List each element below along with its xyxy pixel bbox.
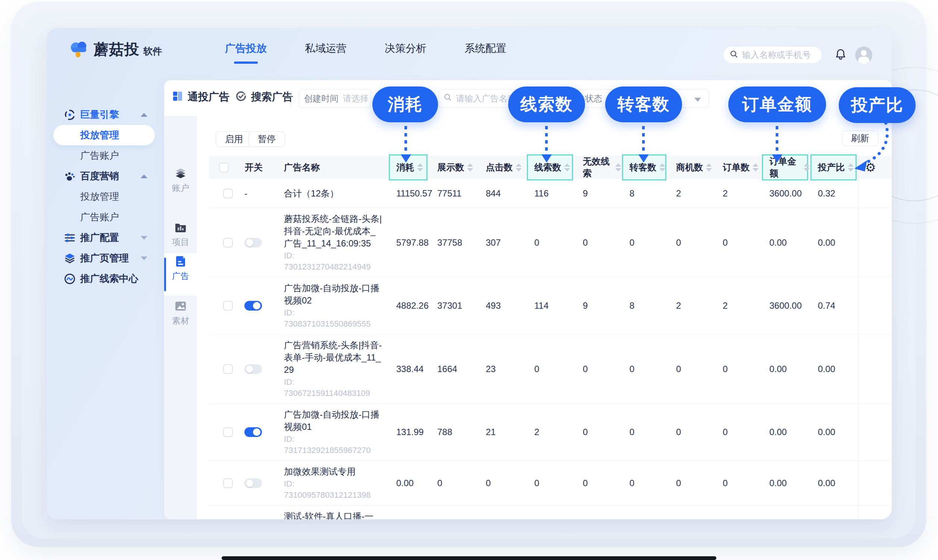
sort-up-icon xyxy=(417,163,423,167)
folder-icon xyxy=(174,221,187,235)
ad-id: ID: 7308371031550869555 xyxy=(284,307,383,329)
entity-tab-strip: 账户项目广告素材 xyxy=(164,116,197,519)
row-checkbox[interactable] xyxy=(223,427,233,437)
sort-icon[interactable] xyxy=(564,163,570,171)
metric-cell: 0 xyxy=(714,478,761,488)
settings-column-spacer xyxy=(858,179,892,208)
settings-column-spacer xyxy=(858,506,892,519)
column-label: 订单数 xyxy=(723,162,750,173)
sort-icon[interactable] xyxy=(467,163,473,171)
row-checkbox-cell xyxy=(209,301,239,311)
notification-bell-icon[interactable] xyxy=(835,48,846,62)
sidebar-item-投放管理[interactable]: 投放管理 xyxy=(53,125,155,145)
nav-item-决策分析[interactable]: 决策分析 xyxy=(385,36,426,61)
sidebar-item-推广页管理[interactable]: 推广页管理 xyxy=(53,248,155,268)
metric-cell: 338.44 xyxy=(388,364,429,374)
sidebar-item-推广线索中心[interactable]: 推广线索中心 xyxy=(53,268,155,289)
tab-通投广告[interactable]: 通投广告 xyxy=(172,90,230,104)
nav-item-系统配置[interactable]: 系统配置 xyxy=(464,36,506,61)
row-checkbox[interactable] xyxy=(223,189,233,198)
row-toggle[interactable] xyxy=(244,427,262,437)
paw-icon xyxy=(64,171,76,182)
metric-cell: 8 xyxy=(621,188,668,199)
pause-button[interactable]: 暂停 xyxy=(248,131,285,147)
enable-button[interactable]: 启用 xyxy=(216,131,252,147)
grid-icon xyxy=(172,91,183,103)
sidebar-item-推广配置[interactable]: 推广配置 xyxy=(53,228,155,248)
leads-icon xyxy=(64,273,76,285)
metric-cell: 4882.26 xyxy=(388,300,429,311)
sort-icon[interactable] xyxy=(659,163,665,171)
metric-cell: 0 xyxy=(714,364,761,374)
metric-cell: 0.00 xyxy=(388,478,429,488)
row-checkbox[interactable] xyxy=(223,478,233,488)
row-checkbox-cell xyxy=(209,478,239,488)
tab-搜索广告[interactable]: 搜索广告 xyxy=(235,90,293,104)
sidebar-item-广告账户[interactable]: 广告账户 xyxy=(53,145,155,166)
sidebar-item-label: 广告账户 xyxy=(80,149,119,162)
sort-icon[interactable] xyxy=(615,163,621,171)
metric-cell: 0.00 xyxy=(810,237,858,248)
select-all-checkbox[interactable] xyxy=(219,163,229,172)
create-time-filter[interactable]: 创建时间 请选择 xyxy=(298,89,371,108)
callout-leads: 线索数 xyxy=(508,86,585,122)
column-label: 点击数 xyxy=(486,162,513,173)
column-label: 广告名称 xyxy=(284,162,320,173)
sort-icon[interactable] xyxy=(753,163,759,171)
row-toggle[interactable] xyxy=(244,364,262,374)
row-checkbox-cell xyxy=(209,427,239,437)
row-toggle[interactable] xyxy=(244,478,262,488)
metric-cell: 2 xyxy=(526,427,575,437)
row-switch-cell xyxy=(239,364,278,374)
sidebar-item-百度营销[interactable]: 百度营销 xyxy=(53,166,155,186)
sort-down-icon xyxy=(417,168,423,171)
metric-cell: 0 xyxy=(668,478,714,488)
entity-tab-素材[interactable]: 素材 xyxy=(164,298,197,332)
entity-tab-账户[interactable]: 账户 xyxy=(164,165,197,200)
metric-cell: 0 xyxy=(429,478,478,488)
sidebar-item-投放管理[interactable]: 投放管理 xyxy=(53,186,155,207)
sort-down-icon xyxy=(615,168,621,171)
user-avatar[interactable] xyxy=(855,47,872,64)
document-icon xyxy=(174,255,187,269)
global-search-input[interactable]: 输入名称或手机号 xyxy=(724,47,822,63)
sort-icon[interactable] xyxy=(706,163,712,171)
column-label: 消耗 xyxy=(396,162,414,173)
nav-item-私域运营[interactable]: 私域运营 xyxy=(305,36,347,61)
entity-tab-label: 广告 xyxy=(164,270,197,282)
sort-icon[interactable] xyxy=(417,163,423,171)
column-header-展示数: 展示数 xyxy=(429,156,478,179)
row-toggle[interactable] xyxy=(244,238,262,248)
sort-down-icon xyxy=(564,168,570,171)
metric-cell: 2 xyxy=(714,300,761,311)
sidebar-item-广告账户[interactable]: 广告账户 xyxy=(53,207,155,228)
row-toggle[interactable] xyxy=(244,301,262,311)
metric-cell: 0 xyxy=(575,364,621,374)
row-checkbox[interactable] xyxy=(223,301,233,311)
nav-active-underline xyxy=(234,62,258,64)
sidebar-item-巨量引擎[interactable]: 巨量引擎 xyxy=(53,105,155,125)
column-label: 开关 xyxy=(245,162,263,173)
tab-label: 搜索广告 xyxy=(251,90,293,104)
sort-up-icon xyxy=(564,163,570,167)
entity-tab-广告[interactable]: 广告 xyxy=(164,253,197,295)
metric-cell: 0.00 xyxy=(761,237,810,248)
metric-cell: 493 xyxy=(478,300,526,311)
ads-table: 开关广告名称消耗展示数点击数线索数无效线索转客数商机数订单数订单金额投产比⚙ -… xyxy=(209,156,892,519)
metric-cell: 0.00 xyxy=(810,427,858,437)
sort-icon[interactable] xyxy=(516,163,521,171)
sort-icon[interactable] xyxy=(804,163,810,171)
entity-tab-项目[interactable]: 项目 xyxy=(164,219,197,254)
nav-item-广告投放[interactable]: 广告投放 xyxy=(225,36,267,61)
metric-cell: 37758 xyxy=(429,237,478,248)
metric-cell: 0.00 xyxy=(810,478,858,488)
column-label: 无效线索 xyxy=(583,155,612,179)
column-label: 线索数 xyxy=(534,162,561,173)
sort-down-icon xyxy=(804,168,810,171)
row-checkbox[interactable] xyxy=(223,364,233,374)
ad-name: 测试-软件-真人口播-一步-cz-5.17-小程序 xyxy=(284,510,383,519)
toggle-knob xyxy=(246,365,253,373)
row-checkbox[interactable] xyxy=(223,238,233,248)
metric-cell: 9 xyxy=(575,188,621,199)
header-right: 输入名称或手机号 xyxy=(713,28,892,69)
